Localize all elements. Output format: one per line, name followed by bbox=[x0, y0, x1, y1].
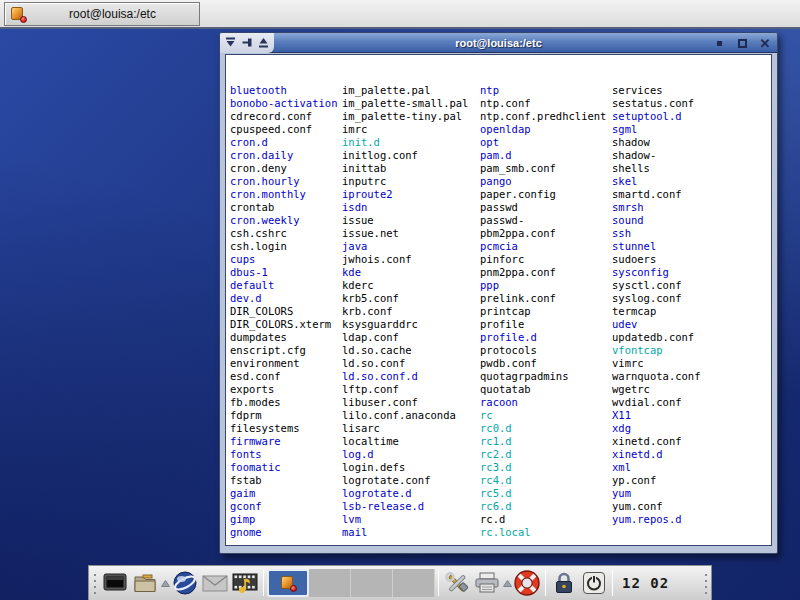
file-entry: syslog.conf bbox=[612, 292, 757, 305]
file-entry: logrotate.d bbox=[342, 487, 480, 500]
file-entry: rc3.d bbox=[480, 461, 612, 474]
file-entry: skel bbox=[612, 175, 757, 188]
file-entry: sudoers bbox=[612, 253, 757, 266]
home-folder-button[interactable] bbox=[130, 568, 160, 598]
file-entry: quotagrpadmins bbox=[480, 370, 612, 383]
file-entry: rc4.d bbox=[480, 474, 612, 487]
file-entry: prelink.conf bbox=[480, 292, 612, 305]
file-entry: log.d bbox=[342, 448, 480, 461]
lock-icon bbox=[553, 571, 575, 595]
taskbar-task-button[interactable]: root@louisa:/etc bbox=[4, 2, 200, 26]
file-entry: passwd- bbox=[480, 214, 612, 227]
maximize-button[interactable] bbox=[735, 36, 749, 50]
logout-button[interactable] bbox=[579, 568, 609, 598]
file-entry: logrotate.conf bbox=[342, 474, 480, 487]
file-entry: setuptool.d bbox=[612, 110, 757, 123]
titlebar-left-tab bbox=[220, 33, 274, 53]
empty-task-slot[interactable] bbox=[309, 569, 351, 597]
file-entry: gnome bbox=[230, 526, 342, 539]
top-taskbar: root@louisa:/etc bbox=[0, 0, 800, 29]
file-entry: xinetd.conf bbox=[612, 435, 757, 448]
multimedia-button[interactable] bbox=[230, 568, 260, 598]
file-entry: csh.cshrc bbox=[230, 227, 342, 240]
file-entry: lvm bbox=[342, 513, 480, 526]
terminal-output[interactable]: bluetoothbonobo-activationcdrecord.confc… bbox=[226, 55, 771, 545]
file-entry: pam.d bbox=[480, 149, 612, 162]
file-entry: rc0.d bbox=[480, 422, 612, 435]
panel-drag-handle[interactable] bbox=[702, 570, 709, 597]
file-entry: fstab bbox=[230, 474, 342, 487]
up-arrow-icon bbox=[161, 580, 170, 587]
file-entry: lisarc bbox=[342, 422, 480, 435]
minimize-button[interactable] bbox=[712, 36, 726, 50]
panel-separator bbox=[438, 570, 439, 596]
file-entry: pinforc bbox=[480, 253, 612, 266]
file-entry: issue.net bbox=[342, 227, 480, 240]
lock-screen-button[interactable] bbox=[549, 568, 579, 598]
file-entry: ld.so.conf bbox=[342, 357, 480, 370]
file-entry: sysconfig bbox=[612, 266, 757, 279]
file-entry: fb.modes bbox=[230, 396, 342, 409]
file-entry: profile.d bbox=[480, 331, 612, 344]
panel-separator bbox=[612, 570, 613, 596]
panel-drag-handle[interactable] bbox=[91, 570, 98, 597]
settings-tools-button[interactable] bbox=[442, 568, 472, 598]
file-entry: termcap bbox=[612, 305, 757, 318]
close-icon: ✕ bbox=[760, 37, 771, 50]
file-entry: smartd.conf bbox=[612, 188, 757, 201]
help-button[interactable] bbox=[512, 568, 542, 598]
printer-icon bbox=[474, 571, 500, 595]
file-entry: shadow bbox=[612, 136, 757, 149]
file-entry: cron.weekly bbox=[230, 214, 342, 227]
file-entry: warnquota.conf bbox=[612, 370, 757, 383]
file-entry: cron.hourly bbox=[230, 175, 342, 188]
file-entry: gaim bbox=[230, 487, 342, 500]
terminal-window: root@louisa:/etc ✕ bluetoothbonobo-activ… bbox=[219, 32, 778, 554]
file-entry: xdg bbox=[612, 422, 757, 435]
file-entry: csh.login bbox=[230, 240, 342, 253]
file-entry: printcap bbox=[480, 305, 612, 318]
mail-button[interactable] bbox=[200, 568, 230, 598]
launcher-expand-arrow[interactable] bbox=[160, 568, 170, 598]
browser-globe-icon bbox=[172, 570, 198, 596]
file-entry: profile bbox=[480, 318, 612, 331]
file-entry: cpuspeed.conf bbox=[230, 123, 342, 136]
file-entry: passwd bbox=[480, 201, 612, 214]
file-entry: cron.deny bbox=[230, 162, 342, 175]
file-entry: lsb-release.d bbox=[342, 500, 480, 513]
file-entry: xml bbox=[612, 461, 757, 474]
terminal-launcher-button[interactable] bbox=[100, 568, 130, 598]
file-entry: rc1.d bbox=[480, 435, 612, 448]
file-entry: wvdial.conf bbox=[612, 396, 757, 409]
file-entry: krb5.conf bbox=[342, 292, 480, 305]
file-column: im_palette.palim_palette-small.palim_pal… bbox=[342, 84, 480, 539]
close-button[interactable]: ✕ bbox=[758, 36, 772, 50]
file-entry: foomatic bbox=[230, 461, 342, 474]
file-entry: iproute2 bbox=[342, 188, 480, 201]
file-entry: imrc bbox=[342, 123, 480, 136]
file-entry: jwhois.conf bbox=[342, 253, 480, 266]
pin-icon[interactable] bbox=[242, 37, 253, 48]
file-entry: sound bbox=[612, 214, 757, 227]
file-entry: pbm2ppa.conf bbox=[480, 227, 612, 240]
empty-task-slot[interactable] bbox=[393, 569, 435, 597]
panel-separator bbox=[545, 570, 546, 596]
power-icon bbox=[582, 571, 606, 595]
web-browser-button[interactable] bbox=[170, 568, 200, 598]
file-entry: yum.conf bbox=[612, 500, 757, 513]
file-entry: rc6.d bbox=[480, 500, 612, 513]
active-task-button[interactable] bbox=[267, 569, 309, 597]
menu-triangle-icon[interactable] bbox=[225, 37, 236, 48]
file-entry: rc bbox=[480, 409, 612, 422]
print-button[interactable] bbox=[472, 568, 502, 598]
empty-task-slot[interactable] bbox=[351, 569, 393, 597]
file-column: servicessestatus.confsetuptool.dsgmlshad… bbox=[612, 84, 757, 526]
panel-clock[interactable]: 12 02 bbox=[616, 575, 675, 591]
file-entry: ld.so.conf.d bbox=[342, 370, 480, 383]
eject-icon[interactable] bbox=[258, 37, 269, 48]
window-titlebar[interactable]: root@louisa:/etc ✕ bbox=[220, 33, 777, 53]
file-entry: localtime bbox=[342, 435, 480, 448]
file-entry: bonobo-activation bbox=[230, 97, 342, 110]
tray-expand-arrow[interactable] bbox=[502, 568, 512, 598]
file-entry: inittab bbox=[342, 162, 480, 175]
